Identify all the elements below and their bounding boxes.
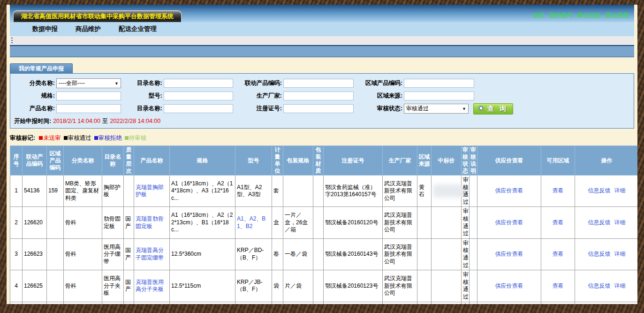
cell-model: A1型、A2型、A3型 <box>235 176 272 207</box>
cell-unit: 卷 <box>272 238 283 270</box>
cell-model: KRP／JB-（B、F） <box>235 270 272 302</box>
supply_price-link[interactable]: 供应价查看 <box>495 187 523 194</box>
input-区域产品编码[interactable] <box>404 79 474 88</box>
feedback-link[interactable]: 信息反馈 <box>588 187 611 194</box>
table-row: 2126620骨科肋骨固定板国产克瑞普肋骨固定板A1（16*18cm）、A2（2… <box>10 207 638 238</box>
cell-region_code <box>47 238 64 270</box>
product-link[interactable]: 克瑞普胸部护板 <box>136 184 164 198</box>
input-生产厂家[interactable] <box>283 92 354 100</box>
col-header-联动产品编码: 联动产品编码 <box>23 146 47 176</box>
region_view-link[interactable]: 查看 <box>553 219 564 226</box>
legend-text: 审核拒绝 <box>98 134 122 142</box>
supply_price-link[interactable]: 供应价查看 <box>495 282 523 289</box>
app-window: 湖北省高值医用耗材省市联动集中采购平台数据管理系统 首页我的账号单位信息退出系统… <box>7 5 637 304</box>
col-header-规格: 规格 <box>170 146 235 176</box>
cell-pack_material <box>313 238 324 270</box>
top-link-首页[interactable]: 首页 <box>533 11 545 20</box>
top-link-单位信息[interactable]: 单位信息 <box>577 11 601 20</box>
menu-item-配送企业管理[interactable]: 配送企业管理 <box>119 25 157 33</box>
product-link[interactable]: 克瑞普肋骨固定板 <box>136 215 164 229</box>
legend-text: 审核通过 <box>68 134 91 142</box>
cell-unit: 套 <box>272 176 283 207</box>
menu-item-商品维护[interactable]: 商品维护 <box>76 25 101 33</box>
panel-tab[interactable]: 我的常规产品申报 <box>10 63 73 73</box>
cell-model: A类、B类、C <box>235 302 272 304</box>
top-link-我的账号[interactable]: 我的账号 <box>549 11 573 20</box>
cell-unit: 盒 <box>272 207 283 238</box>
feedback-link[interactable]: 信息反馈 <box>588 219 611 226</box>
field-label: 规格: <box>10 92 55 100</box>
product-link[interactable]: 克瑞普医用高分子夹板 <box>136 279 164 293</box>
cell-category: 骨科 <box>64 270 102 302</box>
cell-category: 医用卫生材料 <box>64 302 102 304</box>
input-区域来源[interactable] <box>404 92 474 100</box>
declare-time-separator: 至 <box>102 117 108 125</box>
cell-bid_price <box>432 302 462 304</box>
cell-catalog: 医用高分子夹板 <box>102 270 124 302</box>
cell-audit_note <box>470 238 477 270</box>
supply_price-link[interactable]: 供应价查看 <box>495 219 523 226</box>
detail-link[interactable]: 详细 <box>614 251 626 257</box>
top-link-退出系统[interactable]: 退出系统 <box>605 11 629 20</box>
cell-unit <box>272 302 283 304</box>
region_view-link[interactable]: 查看 <box>553 251 564 257</box>
menu-item-数据申报[interactable]: 数据申报 <box>32 25 58 33</box>
input-注册证号[interactable] <box>283 104 354 113</box>
drag-handle-icon[interactable] <box>11 38 13 45</box>
col-header-区域产品编码: 区域产品编码 <box>47 146 64 176</box>
cell-pack_material <box>313 302 324 304</box>
cell-quality: 国产 <box>124 270 134 302</box>
cell-supply: 供应价查看 <box>477 207 541 238</box>
input-规格[interactable] <box>56 92 121 100</box>
cell-link_code: 126620 <box>23 207 47 238</box>
cell-seq: 3 <box>10 238 23 270</box>
select-分类名称[interactable]: ----全部----▼ <box>56 78 121 88</box>
field-label: 联动产品编码: <box>233 79 282 87</box>
cell-bid_price <box>432 176 462 207</box>
cell-audit_status: 审核通过 <box>462 176 470 207</box>
detail-link[interactable]: 详细 <box>614 187 626 194</box>
cell-catalog: 弹力绷带 <box>102 302 124 304</box>
input-目录名称[interactable] <box>164 104 233 113</box>
toolbar-row <box>10 36 634 46</box>
cell-supply: 供应价查看 <box>477 302 541 304</box>
col-header-注册证号: 注册证号 <box>324 146 383 176</box>
cell-audit_note <box>470 176 477 207</box>
cell-region_src <box>417 270 432 302</box>
input-产品名称[interactable] <box>56 104 121 113</box>
legend-square-icon <box>94 136 98 140</box>
input-联动产品编码[interactable] <box>283 79 354 88</box>
cell-audit_note <box>470 207 477 238</box>
legend-item: 审核通过 <box>64 134 91 142</box>
cell-link_code: 126625 <box>23 270 47 302</box>
supply_price-link[interactable]: 供应价查看 <box>495 251 523 257</box>
feedback-link[interactable]: 信息反馈 <box>588 282 611 289</box>
cell-unit: 袋 <box>272 270 283 302</box>
cell-link_code: 126623 <box>23 238 47 270</box>
cell-manufacturer: 武汉克瑞普新技术有限公司 <box>383 270 417 302</box>
product-link[interactable]: 克瑞普高分子固定绷带 <box>136 247 164 261</box>
input-目录名称[interactable] <box>164 79 233 88</box>
input-型号[interactable] <box>164 92 233 100</box>
cell-catalog: 医用高分子绷带 <box>102 238 124 270</box>
cell-link_code: 54136 <box>23 176 47 207</box>
feedback-link[interactable]: 信息反馈 <box>588 251 611 257</box>
cell-quality <box>124 302 134 304</box>
col-header-分类名称: 分类名称 <box>64 146 102 176</box>
chevron-down-icon: ▼ <box>462 107 466 111</box>
cell-pack_material <box>313 270 324 302</box>
region_view-link[interactable]: 查看 <box>553 282 564 289</box>
table-row: 154136159MB类、矫形固定、康复材料类胸部护板克瑞普胸部护板A1（16*… <box>10 176 638 207</box>
detail-link[interactable]: 详细 <box>614 219 626 226</box>
detail-link[interactable]: 详细 <box>614 282 626 289</box>
cell-ops: 信息反馈详细 <box>575 207 638 238</box>
search-button-label: 查 询 <box>487 105 508 113</box>
search-button[interactable]: 查 询 <box>473 103 513 115</box>
select-审核状态[interactable]: 审核通过▼ <box>404 104 469 114</box>
cell-supply: 供应价查看 <box>477 176 541 207</box>
region_view-link[interactable]: 查看 <box>553 187 564 194</box>
cell-spec: 12.5*360cm <box>170 238 235 270</box>
form-row: 分类名称:----全部----▼目录名称:联动产品编码:区域产品编码: <box>10 77 634 90</box>
form-row: 产品名称:目录名称:注册证号:审核状态:审核通过▼查 询 <box>10 102 634 115</box>
cell-product: 克瑞普高分子固定绷带 <box>134 238 170 270</box>
